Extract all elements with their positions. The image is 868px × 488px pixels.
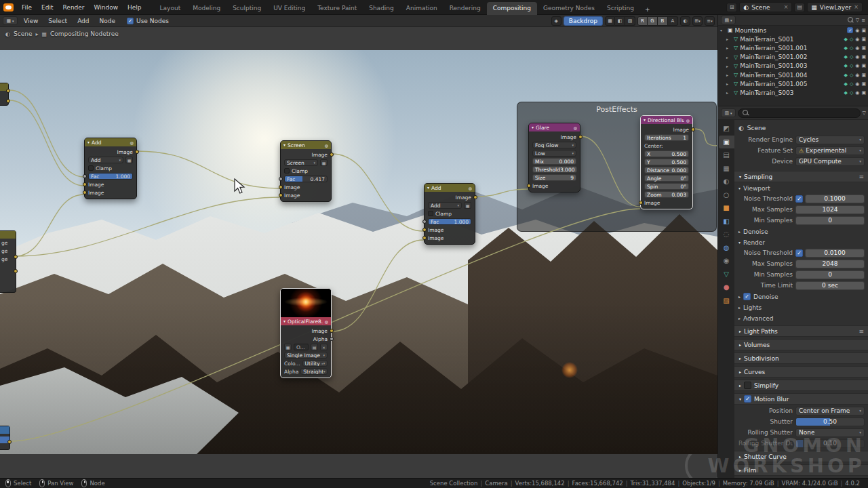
node-output-image[interactable]: Image <box>85 148 136 156</box>
hide-icon[interactable]: ◉ <box>855 63 859 68</box>
modifier-icon[interactable]: ◆ <box>844 45 847 51</box>
modifier-icon[interactable]: ◆ <box>844 63 847 68</box>
node-dropdown-straight[interactable]: Straight▾ <box>300 368 328 375</box>
data-icon[interactable]: ◇ <box>850 90 853 96</box>
prop-dropdown-render-engine[interactable]: Cycles▾ <box>795 136 865 144</box>
menu-window[interactable]: Window <box>90 3 123 12</box>
checkbox[interactable] <box>428 211 433 216</box>
prop-field-min-samples[interactable]: 0 <box>795 216 865 225</box>
expand-icon[interactable]: ▸ <box>726 73 732 77</box>
checkbox[interactable]: ✓ <box>795 195 803 203</box>
modifier-icon[interactable]: ◆ <box>844 54 847 60</box>
filter-icon[interactable]: ▽ <box>856 18 859 23</box>
section-shutter-curve[interactable]: ▸ Shutter Curve <box>734 451 868 462</box>
node-number-angle[interactable]: Angle0° <box>641 174 692 182</box>
input-socket[interactable] <box>422 236 427 240</box>
node-dropdown-low[interactable]: Low▾ <box>532 150 576 157</box>
node-add-2[interactable]: ▾ Add ◍ ImageAdd▾▦ClampFac1.000ImageImag… <box>424 183 475 245</box>
node-dropdown-single-image[interactable]: Single Image▾ <box>284 352 328 359</box>
properties-tab-view-layer[interactable]: ▦ <box>719 162 734 176</box>
open-file-icon[interactable]: ▤ <box>311 344 318 350</box>
datablock-name-field[interactable]: O... <box>294 344 309 350</box>
node-header[interactable]: ▾ Screen ◍ <box>281 141 331 149</box>
gizmo-icon[interactable]: ◈ <box>551 16 561 26</box>
prop-dropdown-position[interactable]: Center on Frame▾ <box>795 407 865 415</box>
section-sampling[interactable]: ▾ Sampling ≡ <box>734 171 868 182</box>
menu-render[interactable]: Render <box>58 3 90 12</box>
collection-checkbox[interactable]: ✓ <box>847 27 853 33</box>
prop-field-time-limit[interactable]: 0 sec <box>795 281 865 290</box>
section-light-paths[interactable]: ▸ Light Paths ≡ <box>734 325 868 337</box>
node-output-image[interactable]: Image <box>281 150 331 159</box>
breadcrumb-scene[interactable]: Scene <box>14 30 32 37</box>
expand-icon[interactable]: ▸ <box>726 81 732 86</box>
node-input-image[interactable]: Image <box>425 234 475 242</box>
node-number-mix[interactable]: Mix0.000 <box>529 157 580 165</box>
input-socket[interactable] <box>639 201 643 205</box>
section-menu-icon[interactable]: ≡ <box>859 174 864 180</box>
image-toggle-icon[interactable]: ▦ <box>464 202 471 209</box>
input-socket[interactable] <box>83 190 87 195</box>
modifier-icon[interactable]: ◆ <box>844 81 847 87</box>
properties-tab-output[interactable]: ▤ <box>719 148 734 162</box>
node-header[interactable]: ▾ Glare ◍ <box>529 123 580 131</box>
node-screen-1[interactable]: ▾ Screen ◍ ImageScreen▾▦ClampFac0.417Ima… <box>280 140 332 202</box>
collapse-icon[interactable]: ▾ <box>532 125 534 129</box>
node-directional-blur[interactable]: ▾ Directional Blur ◍ ImageIterations1Cen… <box>640 115 693 209</box>
prop-field-noise-threshold[interactable]: 0.1000 <box>805 195 865 203</box>
output-socket[interactable] <box>691 127 695 131</box>
expand-icon[interactable]: ▸ <box>726 64 732 68</box>
channel-toggle-r[interactable]: R <box>637 16 648 26</box>
outliner-item-mainterrain-s003[interactable]: ▸ ▽ MainTerrain_S003 ◆◇◉▣ <box>718 88 868 97</box>
input-socket[interactable] <box>279 177 283 181</box>
viewlayer-selector[interactable]: ▦ViewLayer× <box>807 2 863 12</box>
node-number-distance[interactable]: Distance0.000 <box>641 166 692 174</box>
node-output-image[interactable]: Image <box>641 125 692 134</box>
breadcrumb-nodetree[interactable]: Compositing Nodetree <box>50 30 119 37</box>
data-icon[interactable]: ◇ <box>850 54 853 60</box>
collapse-icon[interactable]: ▾ <box>427 186 429 190</box>
output-socket[interactable] <box>330 329 334 333</box>
node-add-1[interactable]: ▾ Add ◍ ImageAdd▾▦ClampFac1.000ImageImag… <box>84 138 137 199</box>
node-input-image[interactable]: Image <box>425 226 475 234</box>
properties-editor-icon[interactable]: ▥▾ <box>721 108 736 117</box>
node-image-opticalflare[interactable]: ▾ OpticalFlare8.jpg ◍ ImageAlpha▦O...▤×S… <box>280 288 332 378</box>
hide-icon[interactable]: ◉ <box>855 54 859 60</box>
node-number-spin[interactable]: Spin0° <box>641 182 692 190</box>
node-options-icon[interactable]: ◍ <box>469 186 472 190</box>
output-socket[interactable] <box>6 99 10 103</box>
modifier-icon[interactable]: ◆ <box>844 37 847 42</box>
section-subdivision[interactable]: ▸ Subdivision <box>734 352 868 364</box>
properties-tab-scene[interactable]: ◐ <box>719 175 734 188</box>
node-checkbox-clamp[interactable]: Clamp <box>281 167 331 175</box>
node-options-icon[interactable]: ◍ <box>325 143 328 148</box>
subsection-advanced[interactable]: ▸ Advanced <box>738 313 865 323</box>
properties-tab-constraints[interactable]: ◉ <box>719 254 734 268</box>
node-number-x[interactable]: X0.500 <box>641 150 692 158</box>
use-nodes-toggle[interactable]: ✓ Use Nodes <box>127 18 169 24</box>
prop-field-min-samples[interactable]: 0 <box>795 270 865 279</box>
partial-node[interactable] <box>0 426 10 450</box>
prop-dropdown-rolling-shutter[interactable]: None▾ <box>795 428 865 437</box>
input-socket[interactable] <box>527 184 531 188</box>
workspace-tab-uv-editing[interactable]: UV Editing <box>267 2 311 15</box>
output-socket[interactable] <box>135 150 139 154</box>
node-glare[interactable]: ▾ Glare ◍ ImageFog Glow▾Low▾Mix0.000Thre… <box>528 123 580 192</box>
node-input-image[interactable]: Image <box>281 183 331 191</box>
hide-icon[interactable]: ◉ <box>855 45 859 51</box>
outliner-item-mainterrain-s001-003[interactable]: ▸ ▽ MainTerrain_S001.003 ◆◇◉▣ <box>718 62 868 70</box>
node-header[interactable]: ▾ Add ◍ <box>425 184 475 192</box>
channel-toggle-a[interactable]: A <box>668 16 678 26</box>
checkbox[interactable] <box>744 382 751 389</box>
properties-tab-render[interactable]: ▣ <box>719 136 734 149</box>
channel-toggle-b[interactable]: B <box>658 16 668 26</box>
node-menu-node[interactable]: Node <box>95 16 121 26</box>
workspace-tab-scripting[interactable]: Scripting <box>601 2 640 15</box>
section-film[interactable]: ▸ Film <box>734 464 868 476</box>
close-icon[interactable]: × <box>784 4 789 10</box>
section-volumes[interactable]: ▸ Volumes <box>734 339 868 350</box>
expand-icon[interactable]: ▸ <box>726 45 732 50</box>
prop-field-noise-threshold[interactable]: 0.0100 <box>805 249 865 258</box>
node-slider-fac[interactable]: Fac0.417 <box>281 175 331 183</box>
overlays-icon[interactable]: ≡▾ <box>705 16 715 26</box>
